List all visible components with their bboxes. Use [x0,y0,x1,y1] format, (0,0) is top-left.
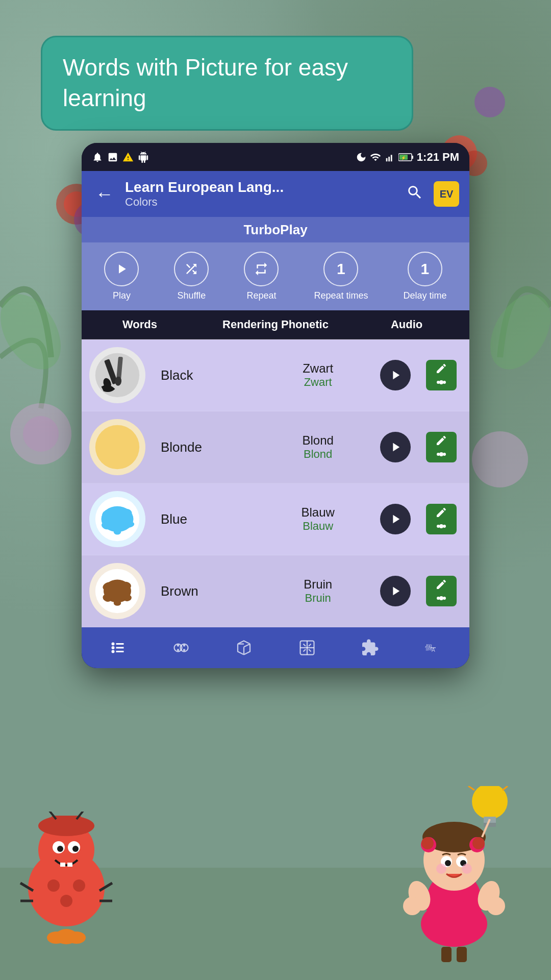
character-girl [388,786,520,965]
svg-point-32 [437,453,440,456]
svg-point-95 [472,786,508,819]
col-words: Words [92,318,197,331]
svg-point-28 [437,381,440,384]
speech-bubble-text: Words with Picture for easy learning [63,53,391,114]
svg-point-53 [443,597,446,600]
word-name-brown: Brown [161,583,256,599]
nav-grid[interactable] [289,632,325,663]
svg-rect-59 [116,651,123,652]
svg-point-13 [472,431,528,487]
svg-point-108 [472,837,485,849]
shuffle-button[interactable]: Shuffle [174,252,209,301]
turboplay-label: TurboPlay [243,222,307,238]
nav-list[interactable] [101,632,136,663]
logo-badge: EV [434,181,459,207]
repeat-times-label: Repeat times [314,290,368,301]
word-row: Black Zwart Zwart [82,339,469,411]
svg-point-10 [478,284,551,380]
signal-icon [384,152,395,163]
svg-point-64 [183,644,186,647]
nav-puzzle[interactable] [352,632,388,663]
svg-point-102 [421,901,487,947]
svg-point-118 [487,897,505,915]
words-list: Black Zwart Zwart Blonde Blond [82,339,469,627]
back-button[interactable]: ← [92,183,117,205]
play-audio-blue[interactable] [380,504,411,534]
play-audio-blonde[interactable] [380,432,411,462]
svg-point-29 [443,381,446,384]
word-name-blue: Blue [161,511,256,527]
character-ladybug [15,812,117,954]
col-phonetic: Rendering Phonetic [197,318,355,331]
svg-point-51 [439,596,443,600]
svg-rect-78 [67,863,72,867]
svg-point-113 [436,864,446,874]
svg-point-41 [439,524,443,528]
svg-point-62 [177,644,180,647]
app-title: Learn European Lang... [125,179,398,195]
edit-brown[interactable] [426,576,457,606]
play-audio-black[interactable] [380,360,411,390]
svg-point-5 [474,87,505,117]
svg-rect-19 [412,156,413,159]
repeat-circle [244,252,279,286]
delay-time-button[interactable]: 1 Delay time [403,252,446,301]
edit-blue[interactable] [426,504,457,534]
svg-point-86 [73,879,85,892]
svg-point-114 [462,864,472,874]
wifi-icon [370,152,381,163]
word-image-brown [89,563,145,619]
word-image-black [89,347,145,403]
search-button[interactable] [406,184,423,205]
word-translation-blue: Blauw Blauw [261,505,375,533]
svg-rect-57 [116,643,123,645]
svg-rect-16 [388,157,390,161]
svg-point-52 [437,597,440,600]
svg-point-50 [114,600,121,606]
svg-line-100 [468,786,474,790]
delay-time-label: Delay time [403,290,446,301]
play-label: Play [113,290,131,301]
svg-point-94 [67,932,86,944]
svg-rect-15 [386,158,388,161]
svg-point-93 [47,932,65,944]
svg-point-107 [421,837,434,849]
svg-point-11 [10,403,71,464]
status-time: 1:21 PM [417,151,459,164]
svg-point-43 [443,525,446,528]
svg-point-54 [111,643,114,646]
repeat-label: Repeat [246,290,276,301]
android-icon [138,152,149,163]
play-button[interactable]: Play [104,252,139,301]
svg-point-55 [111,646,114,649]
nav-box[interactable] [226,632,262,663]
battery-icon: ⚡ [398,153,414,162]
delay-time-circle: 1 [408,252,442,286]
warning-icon [122,152,134,163]
svg-rect-58 [116,647,123,649]
repeat-button[interactable]: Repeat [244,252,279,301]
svg-point-76 [72,846,79,852]
turboplay-bar: TurboPlay [82,217,469,242]
edit-black[interactable] [426,360,457,390]
svg-rect-17 [391,155,392,161]
svg-text:⚡: ⚡ [401,155,406,160]
svg-point-75 [57,846,63,852]
nav-translate[interactable]: 個 A [415,632,450,663]
repeat-times-circle: 1 [323,252,358,286]
speech-bubble: Words with Picture for easy learning [41,36,413,131]
table-header: Words Rendering Phonetic Audio [82,310,469,339]
moon-icon [356,152,367,163]
nav-flashcard[interactable] [163,632,199,663]
svg-text:個: 個 [425,643,432,651]
word-translation-black: Zwart Zwart [261,361,375,389]
app-bar-title-area: Learn European Lang... Colors [125,179,398,209]
svg-point-87 [60,895,72,907]
notification-icon [92,152,103,163]
word-name-blonde: Blonde [161,439,256,455]
status-bar: ⚡ 1:21 PM [82,143,469,171]
repeat-times-button[interactable]: 1 Repeat times [314,252,368,301]
play-audio-brown[interactable] [380,576,411,606]
shuffle-circle [174,252,209,286]
edit-blonde[interactable] [426,432,457,462]
